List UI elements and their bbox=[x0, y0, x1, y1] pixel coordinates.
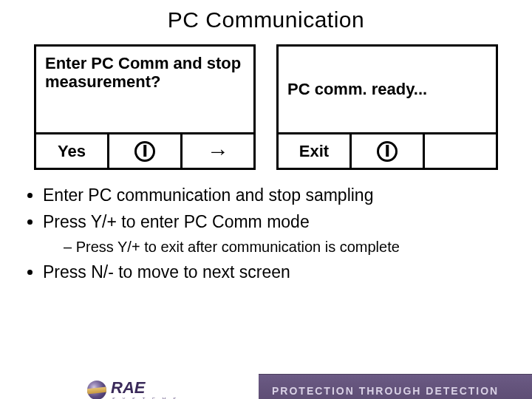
sub-bullet-item: Press Y/+ to exit after communication is… bbox=[64, 236, 510, 257]
softkey-exit[interactable]: Exit bbox=[279, 134, 349, 168]
screen-prompt-area: Enter PC Comm and stop measurement? bbox=[36, 47, 253, 132]
bullet-item: Enter PC communication and stop sampling bbox=[43, 183, 510, 207]
sub-bullet-list: Press Y/+ to exit after communication is… bbox=[43, 236, 510, 257]
softkey-power[interactable] bbox=[107, 134, 180, 168]
device-screen-right: PC comm. ready... Exit bbox=[276, 44, 498, 170]
bullet-item: Press N/- to move to next screen bbox=[43, 260, 510, 284]
brand-logo: RAE S Y S T E M S bbox=[87, 380, 179, 400]
screen-prompt-text: Enter PC Comm and stop measurement? bbox=[45, 54, 245, 92]
softkey-label: Yes bbox=[58, 142, 86, 161]
softkey-blank bbox=[423, 134, 496, 168]
softkey-label: Exit bbox=[299, 142, 329, 161]
footer-bar: RAE S Y S T E M S PROTECTION THROUGH DET… bbox=[0, 374, 532, 399]
slide: PC Communication Enter PC Comm and stop … bbox=[0, 7, 532, 399]
footer-logo-area: RAE S Y S T E M S bbox=[0, 374, 259, 399]
bullet-list: Enter PC communication and stop sampling… bbox=[22, 183, 532, 284]
softkey-next[interactable]: → bbox=[180, 134, 253, 168]
device-screen-left: Enter PC Comm and stop measurement? Yes … bbox=[34, 44, 256, 170]
footer-tagline-bar: PROTECTION THROUGH DETECTION bbox=[259, 374, 532, 399]
arrow-right-icon: → bbox=[207, 140, 229, 163]
screen-prompt-area: PC comm. ready... bbox=[279, 47, 496, 132]
device-screens-row: Enter PC Comm and stop measurement? Yes … bbox=[30, 44, 502, 170]
logo-text: RAE S Y S T E M S bbox=[111, 380, 179, 400]
logo-brand-sub: S Y S T E M S bbox=[112, 397, 179, 400]
softkey-row: Exit bbox=[279, 132, 496, 168]
softkey-power[interactable] bbox=[349, 134, 423, 168]
power-icon bbox=[134, 141, 155, 162]
screen-prompt-text: PC comm. ready... bbox=[287, 80, 427, 98]
softkey-yes[interactable]: Yes bbox=[36, 134, 107, 168]
bullet-item: Press Y/+ to enter PC Comm mode Press Y/… bbox=[43, 210, 510, 257]
slide-title: PC Communication bbox=[0, 7, 532, 33]
footer-tagline: PROTECTION THROUGH DETECTION bbox=[272, 385, 499, 397]
power-icon bbox=[377, 141, 398, 162]
logo-orb-icon bbox=[87, 381, 106, 399]
softkey-row: Yes → bbox=[36, 132, 253, 168]
bullet-text: Press Y/+ to enter PC Comm mode bbox=[43, 212, 310, 231]
logo-brand-name: RAE bbox=[111, 380, 179, 396]
